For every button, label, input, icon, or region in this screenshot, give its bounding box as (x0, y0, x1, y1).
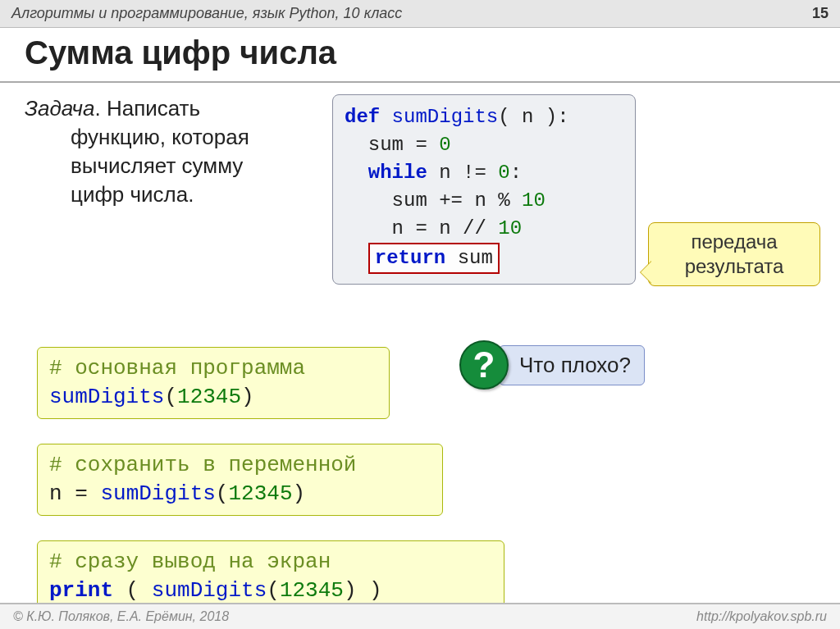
task-line3: вычисляет сумму (25, 152, 320, 180)
s1-end: ) (241, 385, 254, 409)
slide-title: Сумма цифр числа (0, 28, 840, 83)
s3-end: ) ) (344, 578, 382, 603)
s3-num: 12345 (280, 578, 344, 603)
snippet-main-program: # основная программа sumDigits(12345) (37, 347, 390, 419)
code-l4a: sum += n % (345, 189, 522, 212)
code-l3-rest: n != (427, 162, 498, 184)
header-subject: Алгоритмы и программирование, язык Pytho… (11, 5, 402, 22)
footer-url: http://kpolyakov.spb.ru (696, 609, 827, 624)
kw-return: return (375, 247, 445, 269)
footer-bar: © К.Ю. Поляков, Е.А. Ерёмин, 2018 http:/… (0, 603, 840, 629)
task-line2: функцию, которая (25, 123, 320, 152)
code-l3-colon: : (510, 162, 522, 184)
callout-line2: результата (657, 254, 811, 279)
code-l3-zero: 0 (498, 162, 509, 184)
code-l1-rest: ( n ): (498, 106, 568, 128)
page-number: 15 (812, 5, 829, 22)
s2-end: ) (292, 481, 305, 506)
s3-paren: ( (267, 578, 280, 603)
kw-while: while (345, 162, 427, 184)
task-label: Задача (25, 96, 94, 121)
return-highlight: return sum (368, 243, 500, 274)
fn-name: sumDigits (380, 106, 498, 128)
code-l2a: sum (345, 134, 415, 156)
question-block: ? Что плохо? (459, 340, 645, 390)
s3-comment: # сразу вывод на экран (49, 549, 331, 574)
question-text: Что плохо? (499, 345, 645, 385)
code-block-main: def sumDigits( n ): sum = 0 while n != 0… (332, 94, 636, 285)
s3-a: ( (113, 578, 152, 603)
s1-paren: ( (164, 385, 177, 409)
code-l6-pad (345, 247, 368, 269)
task-line4: цифр числа. (25, 180, 320, 209)
s1-comment: # основная программа (49, 356, 305, 381)
s1-fn: sumDigits (49, 385, 164, 409)
code-l2sp (427, 134, 439, 156)
task-text: Задача. Написать функцию, которая вычисл… (25, 94, 320, 209)
code-l2eq: = (415, 134, 427, 156)
header-bar: Алгоритмы и программирование, язык Pytho… (0, 0, 840, 28)
snippet-print: # сразу вывод на экран print ( sumDigits… (37, 540, 504, 613)
s2-assign: n = (49, 481, 100, 506)
footer-copyright: © К.Ю. Поляков, Е.А. Ерёмин, 2018 (13, 609, 229, 624)
code-l2-zero: 0 (439, 134, 450, 156)
code-l5-ten: 10 (498, 217, 522, 239)
s3-fn: sumDigits (152, 578, 267, 603)
s2-num: 12345 (228, 481, 292, 506)
s3-print: print (49, 578, 113, 603)
question-icon: ? (459, 340, 509, 390)
snippet-store-var: # сохранить в переменной n = sumDigits(1… (37, 444, 443, 516)
code-l4-ten: 10 (522, 189, 546, 212)
kw-def: def (345, 106, 380, 128)
s2-fn: sumDigits (100, 481, 215, 506)
task-line1: Написать (107, 96, 200, 121)
code-l5a: n = n // (345, 217, 498, 239)
s2-paren: ( (216, 481, 229, 506)
s2-comment: # сохранить в переменной (49, 453, 356, 477)
callout-result: передача результата (648, 222, 820, 286)
callout-line1: передача (657, 230, 811, 254)
task-dot: . (94, 96, 106, 121)
s1-num: 12345 (177, 385, 241, 409)
code-l6-sum: sum (445, 247, 493, 269)
